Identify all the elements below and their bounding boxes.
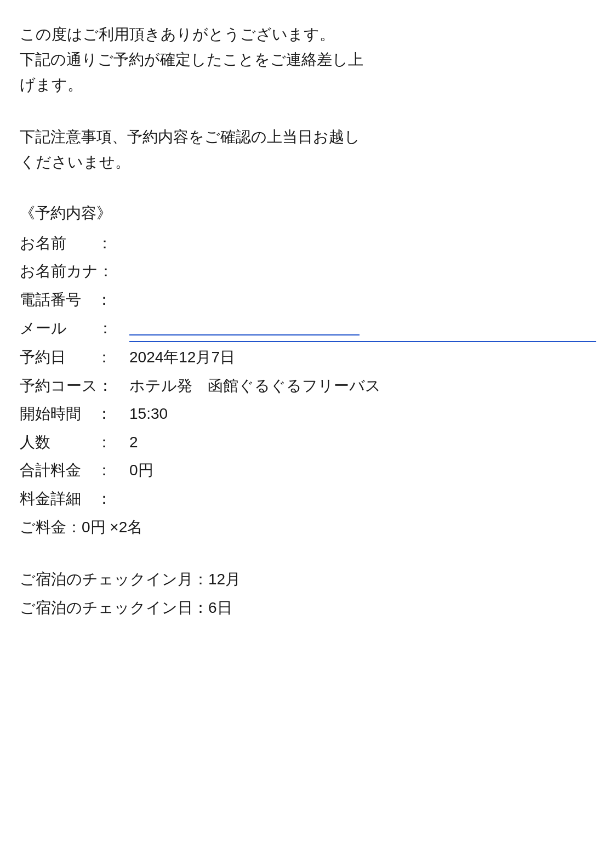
checkin-day-value: 6日 [208, 595, 232, 621]
field-value-people-count: 2 [129, 429, 596, 456]
reservation-section: 《予約内容》 お名前 ： お名前カナ： 電話番号 ： メール ： 予約日 ： 2… [20, 201, 596, 540]
field-label-start-time: 開始時間 ： [20, 401, 129, 427]
checkin-month-value: 12月 [208, 566, 241, 593]
field-value-total-price: 0円 [129, 457, 596, 483]
reservation-title: 《予約内容》 [20, 201, 596, 226]
field-name-kana: お名前カナ： [20, 258, 596, 285]
field-total-price: 合計料金 ： 0円 [20, 457, 596, 483]
field-price-detail: 料金詳細 ： [20, 486, 596, 512]
field-start-time: 開始時間 ： 15:30 [20, 401, 596, 427]
checkin-month-colon: ： [193, 566, 208, 593]
checkin-month-label: ご宿泊のチェックイン月 [20, 566, 193, 593]
intro-text: この度はご利用頂きありがとうございます。 下記の通りご予約が確定したことをご連絡… [20, 22, 596, 98]
notice-section: 下記注意事項、予約内容をご確認の上当日お越し くださいませ。 [20, 124, 596, 175]
checkin-day-colon: ： [193, 595, 208, 621]
field-label-name: お名前 ： [20, 230, 129, 257]
field-people-count: 人数 ： 2 [20, 429, 596, 456]
checkin-section: ご宿泊のチェックイン月 ： 12月 ご宿泊のチェックイン日 ： 6日 [20, 566, 596, 621]
checkin-day-row: ご宿泊のチェックイン日 ： 6日 [20, 595, 596, 621]
field-email: メール ： [20, 315, 596, 343]
field-value-start-time: 15:30 [129, 401, 596, 427]
field-value-course: ホテル発 函館ぐるぐるフリーバス [129, 373, 596, 399]
checkin-day-label: ご宿泊のチェックイン日 [20, 595, 193, 621]
notice-text: 下記注意事項、予約内容をご確認の上当日お越し くださいませ。 [20, 124, 596, 175]
field-label-people-count: 人数 ： [20, 429, 129, 456]
checkin-month-row: ご宿泊のチェックイン月 ： 12月 [20, 566, 596, 593]
field-course: 予約コース： ホテル発 函館ぐるぐるフリーバス [20, 373, 596, 399]
field-phone: 電話番号 ： [20, 287, 596, 313]
field-price-summary: ご料金：0円 ×2名 [20, 514, 596, 541]
field-label-name-kana: お名前カナ： [20, 258, 129, 285]
price-summary-text: ご料金：0円 ×2名 [20, 514, 142, 541]
intro-section: この度はご利用頂きありがとうございます。 下記の通りご予約が確定したことをご連絡… [20, 22, 596, 98]
field-label-booking-date: 予約日 ： [20, 344, 129, 371]
field-booking-date: 予約日 ： 2024年12月7日 [20, 344, 596, 371]
field-name: お名前 ： [20, 230, 596, 257]
field-label-phone: 電話番号 ： [20, 287, 129, 313]
field-label-course: 予約コース： [20, 373, 129, 399]
field-label-price-detail: 料金詳細 ： [20, 486, 129, 512]
field-value-email [129, 315, 596, 343]
field-label-email: メール ： [20, 315, 129, 342]
field-label-total-price: 合計料金 ： [20, 457, 129, 483]
field-value-booking-date: 2024年12月7日 [129, 344, 596, 371]
